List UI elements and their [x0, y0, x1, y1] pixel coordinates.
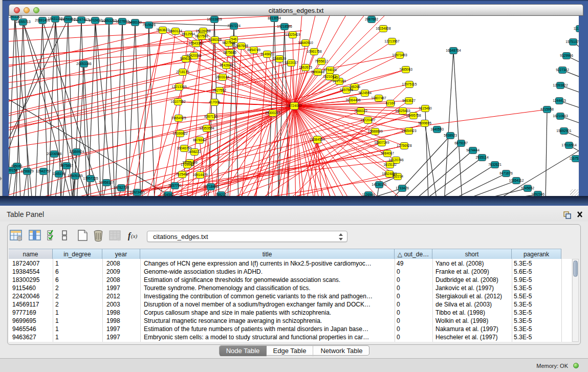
svg-text:7632621: 7632621 [488, 163, 502, 166]
svg-text:6879197: 6879197 [454, 141, 468, 145]
svg-text:18807249: 18807249 [374, 141, 389, 144]
svg-text:19654923: 19654923 [401, 129, 417, 133]
svg-text:6466160: 6466160 [128, 20, 142, 24]
svg-text:8660124: 8660124 [169, 29, 182, 33]
svg-text:2935114: 2935114 [475, 156, 489, 159]
svg-text:10923465: 10923465 [129, 190, 145, 194]
svg-text:9777169: 9777169 [333, 79, 346, 83]
svg-text:2718176: 2718176 [176, 70, 189, 74]
svg-text:19166822: 19166822 [172, 132, 188, 135]
svg-text:8990448: 8990448 [311, 70, 324, 74]
svg-text:16648764: 16648764 [446, 49, 461, 52]
svg-text:5938923: 5938923 [444, 134, 457, 137]
svg-text:16543362: 16543362 [188, 41, 204, 45]
svg-text:10025433: 10025433 [395, 109, 410, 113]
svg-text:10973493: 10973493 [392, 53, 407, 57]
svg-text:9463627: 9463627 [402, 99, 416, 102]
svg-text:8813054: 8813054 [268, 16, 281, 20]
svg-text:9975867: 9975867 [60, 164, 73, 167]
svg-text:20053346: 20053346 [76, 62, 92, 65]
svg-text:8215958: 8215958 [540, 107, 554, 111]
svg-text:13325419: 13325419 [285, 33, 300, 36]
svg-text:9699695: 9699695 [418, 121, 431, 125]
svg-text:17359924: 17359924 [69, 150, 84, 154]
svg-text:12093822: 12093822 [553, 83, 568, 87]
svg-text:16120746: 16120746 [388, 158, 404, 162]
svg-text:8427552: 8427552 [213, 89, 226, 92]
svg-text:939154: 939154 [9, 168, 17, 172]
svg-text:62160: 62160 [386, 101, 396, 105]
svg-text:2087682: 2087682 [365, 17, 378, 21]
svg-text:1156829: 1156829 [20, 169, 34, 173]
svg-text:9115460: 9115460 [419, 106, 432, 110]
svg-text:16782759: 16782759 [114, 186, 129, 189]
svg-text:10653257: 10653257 [101, 19, 117, 23]
svg-text:16046766: 16046766 [177, 146, 192, 150]
svg-text:3498222: 3498222 [188, 150, 201, 154]
svg-text:16033809: 16033809 [207, 17, 222, 21]
svg-text:2867608: 2867608 [235, 44, 248, 48]
svg-text:2803144: 2803144 [216, 75, 229, 79]
svg-text:16154808: 16154808 [376, 27, 391, 30]
svg-text:835061: 835061 [11, 164, 23, 168]
svg-text:12505135: 12505135 [68, 174, 83, 178]
svg-text:25300215: 25300215 [265, 111, 280, 115]
svg-text:7955812: 7955812 [315, 59, 328, 63]
svg-text:9084067: 9084067 [381, 151, 394, 155]
svg-text:15718485: 15718485 [203, 185, 219, 188]
svg-text:10688609: 10688609 [367, 129, 383, 133]
svg-text:19384554: 19384554 [310, 138, 325, 141]
svg-text:9474444: 9474444 [466, 148, 480, 152]
svg-text:8186328: 8186328 [208, 38, 222, 41]
svg-text:1621072: 1621072 [323, 75, 336, 78]
svg-text:16914479: 16914479 [192, 173, 208, 177]
svg-text:9827508: 9827508 [222, 41, 235, 45]
svg-text:252214: 252214 [392, 174, 403, 178]
svg-text:9245652: 9245652 [521, 186, 534, 190]
svg-text:7986322: 7986322 [354, 109, 367, 113]
svg-text:7485063: 7485063 [399, 68, 412, 71]
svg-text:10958107: 10958107 [99, 181, 114, 184]
svg-text:12942757: 12942757 [36, 169, 51, 173]
svg-text:10961758: 10961758 [307, 50, 322, 53]
svg-text:8912954: 8912954 [182, 32, 195, 36]
svg-text:19654925: 19654925 [171, 116, 186, 120]
svg-text:15692901: 15692901 [556, 129, 572, 133]
svg-text:1092346: 1092346 [531, 192, 545, 196]
svg-text:9227342: 9227342 [556, 68, 569, 72]
svg-text:16107552: 16107552 [170, 100, 186, 103]
svg-text:5875685: 5875685 [223, 51, 236, 54]
svg-text:15720407: 15720407 [360, 118, 376, 122]
svg-text:9242848: 9242848 [220, 63, 233, 67]
svg-text:12213369: 12213369 [171, 85, 187, 89]
svg-text:1733426: 1733426 [396, 186, 409, 190]
svg-text:7625402: 7625402 [176, 172, 189, 176]
svg-text:15751074: 15751074 [565, 40, 579, 43]
svg-text:6794028: 6794028 [323, 68, 337, 72]
svg-text:20364436: 20364436 [345, 98, 361, 102]
svg-text:989616: 989616 [180, 57, 191, 60]
svg-text:15226058: 15226058 [195, 29, 211, 33]
svg-text:12213967: 12213967 [384, 39, 400, 43]
svg-text:1167534: 1167534 [569, 157, 579, 160]
svg-text:14055713: 14055713 [15, 20, 31, 24]
svg-text:12353594: 12353594 [199, 126, 214, 130]
svg-text:21247447: 21247447 [74, 18, 89, 21]
svg-text:1244415: 1244415 [553, 99, 566, 102]
svg-text:8267130: 8267130 [204, 115, 217, 118]
svg-text:417006: 417006 [209, 100, 220, 104]
svg-text:1709948: 1709948 [181, 163, 194, 166]
svg-text:17756928: 17756928 [397, 144, 412, 147]
svg-text:1615132: 1615132 [383, 163, 397, 166]
svg-text:1112473: 1112473 [574, 27, 579, 30]
svg-text:7663822: 7663822 [156, 28, 169, 32]
svg-text:7515526: 7515526 [142, 23, 156, 27]
svg-text:1527602: 1527602 [116, 19, 129, 23]
svg-text:9329966: 9329966 [560, 54, 573, 57]
svg-text:9702437: 9702437 [89, 18, 102, 22]
svg-text:3624554: 3624554 [358, 91, 372, 95]
svg-text:8471676: 8471676 [499, 171, 513, 175]
svg-text:1362615: 1362615 [299, 65, 312, 69]
svg-text:17016514: 17016514 [561, 143, 577, 147]
svg-text:1145194: 1145194 [52, 172, 66, 176]
